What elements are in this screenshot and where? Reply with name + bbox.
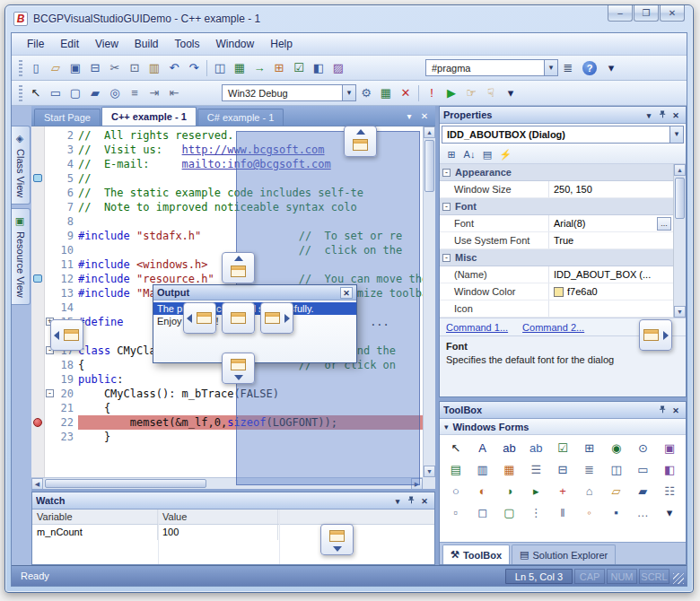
property-category-row[interactable]: -Appearance (440, 164, 673, 181)
toolbox-item-icon[interactable]: ☰ (522, 460, 549, 479)
toolbox-item-icon[interactable]: + (549, 482, 576, 501)
find-combobox[interactable]: #pragma ▾ (425, 59, 558, 76)
property-category-row[interactable]: -Font (440, 198, 673, 215)
toolbar-grip[interactable] (19, 85, 22, 101)
toolbox-item-icon[interactable]: ⋮ (522, 503, 549, 522)
dock-guide-cross-left[interactable] (183, 302, 216, 334)
property-row[interactable]: Icon (440, 300, 673, 318)
toolbox-item-icon[interactable]: ab (522, 439, 549, 457)
sidebar-tab-resource-view[interactable]: ▣Resource View (12, 208, 31, 305)
grid-icon[interactable]: ⊞ (269, 59, 289, 77)
open-file-icon[interactable]: ▱ (46, 59, 66, 77)
toolbox-item-icon[interactable]: ↖ (442, 439, 469, 457)
window-list-icon[interactable]: ◫ (210, 59, 230, 77)
property-grid[interactable]: -AppearanceWindow Size250, 150-FontFontA… (440, 164, 686, 318)
toolbox-item-icon[interactable]: ▾ (656, 503, 683, 522)
toolbox-item-icon[interactable]: ▫ (442, 503, 469, 522)
scroll-down-icon[interactable]: ▼ (424, 466, 435, 477)
scroll-up-icon[interactable]: ▲ (424, 126, 435, 138)
dock-guide-bottom-edge[interactable] (320, 524, 354, 555)
dock-guide-left-edge[interactable] (50, 319, 83, 351)
toolbox-caption[interactable]: ToolBox ✕ (440, 402, 686, 419)
menu-item-build[interactable]: Build (127, 35, 167, 53)
toolbox-item-icon[interactable]: ▣ (656, 439, 683, 457)
rounded-rect-tool-icon[interactable]: ▢ (66, 84, 85, 102)
copy-icon[interactable]: ⊡ (125, 59, 144, 77)
customize-icon[interactable]: ▦ (230, 59, 249, 77)
run-icon[interactable]: ▶ (442, 84, 461, 102)
toolbox-group-header[interactable]: ▾ Windows Forms (440, 419, 686, 435)
hand-down-icon[interactable]: ☟ (481, 84, 501, 102)
collapse-icon[interactable]: - (442, 203, 451, 211)
toolbox-item-icon[interactable]: A (469, 439, 496, 457)
toolbox-item-icon[interactable]: ◐ (469, 482, 496, 501)
toolbox-item-icon[interactable]: ▰ (629, 482, 656, 501)
toolbar-overflow-icon[interactable]: ▾ (601, 59, 621, 77)
property-row[interactable]: Window Colorf7e6a0 (440, 283, 673, 300)
menu-item-edit[interactable]: Edit (52, 35, 87, 53)
menu-item-help[interactable]: Help (262, 35, 301, 53)
maximize-button[interactable]: ❐ (634, 5, 659, 22)
palette-icon[interactable]: ▨ (328, 59, 348, 77)
window-position-icon[interactable]: ▾ (391, 495, 404, 507)
properties-scrollbar[interactable]: ▲ ▼ (673, 164, 686, 318)
watch-row[interactable]: m_nCount100 (32, 525, 434, 540)
document-close-icon[interactable]: ✕ (418, 111, 431, 121)
window-position-icon[interactable]: ▾ (643, 109, 655, 121)
toolbox-item-icon[interactable]: ▱ (603, 482, 630, 501)
error-icon[interactable]: ! (422, 84, 442, 102)
dock-guide-cross-down[interactable] (222, 353, 255, 384)
output-window-titlebar[interactable]: Output ✕ (153, 285, 356, 300)
combobox-dropdown-icon[interactable]: ▾ (342, 85, 355, 100)
auto-hide-pin-icon[interactable] (405, 494, 417, 506)
properties-caption[interactable]: Properties ▾✕ (440, 107, 686, 124)
redo-icon[interactable]: ↷ (184, 59, 204, 77)
toolbox-item-icon[interactable]: ☷ (656, 482, 683, 501)
scroll-left-icon[interactable]: ◀ (31, 478, 43, 489)
toolbar-overflow-icon[interactable]: ▾ (501, 84, 521, 102)
dock-window-icon[interactable]: ◧ (309, 59, 328, 77)
dock-guide-right-edge[interactable] (639, 319, 672, 351)
filled-rect-icon[interactable]: ▰ (85, 84, 105, 102)
document-tab[interactable]: C++ example - 1 (101, 107, 197, 126)
select-tool-icon[interactable]: ↖ (26, 84, 46, 102)
scrollbar-thumb[interactable] (675, 178, 685, 219)
bookmark-icon[interactable] (33, 174, 42, 182)
property-row[interactable]: FontArial(8)... (440, 215, 673, 232)
undo-icon[interactable]: ↶ (164, 59, 184, 77)
go-icon[interactable]: → (249, 59, 269, 77)
calendar-grid-icon[interactable]: ▦ (376, 84, 396, 102)
toolbox-item-icon[interactable]: ⊙ (629, 439, 656, 457)
sidebar-tab-class-view[interactable]: ◈Class View (12, 126, 31, 205)
find-icon[interactable]: ◎ (105, 84, 125, 102)
toolbox-item-icon[interactable]: ○ (442, 482, 469, 501)
toolbox-item-icon[interactable]: ◉ (603, 439, 630, 457)
configuration-combobox[interactable]: Win32 Debug ▾ (222, 84, 356, 101)
new-file-icon[interactable]: ▯ (26, 59, 46, 77)
property-row[interactable]: (Name)IDD_ABOUT_BOX (... (440, 266, 673, 283)
fold-margin[interactable]: - (45, 387, 55, 401)
menu-item-file[interactable]: File (19, 35, 52, 53)
tab-scroll-icon[interactable]: ▾ (403, 111, 416, 121)
toolbox-item-icon[interactable]: ◻ (469, 503, 496, 522)
dock-guide-cross-center[interactable] (222, 302, 255, 334)
scroll-up-icon[interactable]: ▲ (674, 164, 686, 176)
watch-column-value[interactable]: Value (158, 510, 278, 524)
document-tab[interactable]: Start Page (34, 109, 101, 126)
toolbox-item-icon[interactable]: ▦ (496, 460, 523, 479)
alphabetical-icon[interactable]: A↓ (460, 146, 478, 162)
editor-vertical-scrollbar[interactable]: ▲ ▼ (423, 126, 435, 477)
paste-icon[interactable]: ▥ (144, 59, 164, 77)
dock-guide-top[interactable] (344, 126, 377, 157)
cut-icon[interactable]: ✂ (105, 59, 125, 77)
toolbox-item-icon[interactable]: ▤ (442, 460, 469, 479)
close-icon[interactable]: ✕ (669, 405, 682, 416)
property-row[interactable]: Window Size250, 150 (440, 181, 673, 198)
indent-icon[interactable]: ⇥ (144, 84, 164, 102)
toolbox-item-icon[interactable]: ▥ (469, 460, 496, 479)
events-icon[interactable]: ⚡ (496, 146, 514, 162)
ellipsis-button[interactable]: ... (657, 217, 671, 231)
hand-icon[interactable]: ☞ (461, 84, 481, 102)
delete-icon[interactable]: ✕ (396, 84, 416, 102)
auto-hide-pin-icon[interactable] (656, 109, 669, 120)
